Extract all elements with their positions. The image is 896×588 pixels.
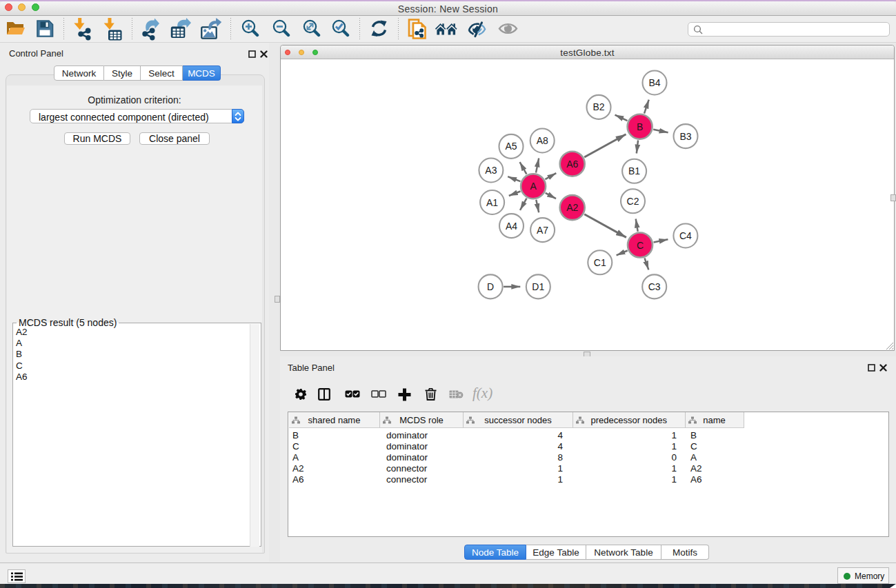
svg-text:A1: A1 <box>486 197 498 208</box>
svg-text:B2: B2 <box>593 101 604 112</box>
svg-text:C: C <box>637 240 644 251</box>
svg-text:D: D <box>487 281 494 292</box>
svg-text:B4: B4 <box>648 77 660 88</box>
svg-text:A5: A5 <box>505 141 517 152</box>
svg-text:C2: C2 <box>627 196 639 207</box>
svg-text:B: B <box>637 121 643 132</box>
svg-text:C3: C3 <box>648 281 661 292</box>
svg-text:B1: B1 <box>628 165 640 176</box>
svg-text:A3: A3 <box>485 165 497 176</box>
svg-text:A7: A7 <box>537 225 548 236</box>
svg-text:C1: C1 <box>594 257 606 268</box>
svg-text:A2: A2 <box>566 202 578 213</box>
svg-text:B3: B3 <box>679 131 691 142</box>
svg-text:D1: D1 <box>532 281 544 292</box>
svg-text:A4: A4 <box>506 221 517 232</box>
svg-text:A6: A6 <box>566 159 578 170</box>
svg-text:A: A <box>530 181 537 192</box>
svg-text:A8: A8 <box>537 135 548 146</box>
svg-text:C4: C4 <box>679 230 692 241</box>
